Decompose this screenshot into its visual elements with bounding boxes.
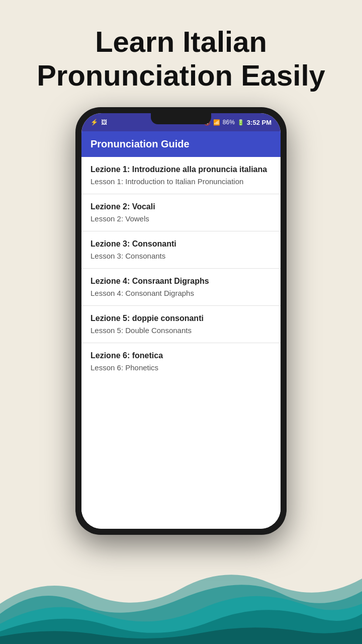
page-title: Learn Italian Pronunciation Easily [20, 25, 342, 92]
lesson-english-3: Lesson 3: Consonants [90, 252, 272, 260]
status-left: ⚡ 🖼 [90, 119, 107, 126]
lesson-italian-5: Lezione 5: doppie consonanti [90, 314, 272, 323]
status-right: 🔇 📶 86% 🔋 3:52 PM [204, 119, 272, 126]
lesson-item-2[interactable]: Lezione 2: VocaliLesson 2: Vowels [81, 194, 281, 231]
lesson-item-4[interactable]: Lezione 4: Consraant DigraphsLesson 4: C… [81, 269, 281, 306]
phone-notch [151, 113, 211, 124]
lesson-item-6[interactable]: Lezione 6: foneticaLesson 6: Phonetics [81, 343, 281, 380]
battery-icon: 🔋 [237, 119, 244, 126]
lesson-italian-2: Lezione 2: Vocali [90, 202, 272, 211]
app-bar-title: Pronunciation Guide [90, 138, 272, 150]
usb-icon: ⚡ [90, 119, 98, 126]
lesson-english-5: Lesson 5: Double Consonants [90, 326, 272, 335]
lesson-english-6: Lesson 6: Phonetics [90, 363, 272, 372]
lesson-english-4: Lesson 4: Consonant Digraphs [90, 289, 272, 297]
lesson-italian-4: Lezione 4: Consraant Digraphs [90, 277, 272, 286]
lesson-list[interactable]: Lezione 1: Introduzione alla pronuncia i… [81, 157, 281, 529]
lesson-italian-1: Lezione 1: Introduzione alla pronuncia i… [90, 165, 272, 174]
app-bar: Pronunciation Guide [81, 131, 281, 157]
phone-mockup: ⚡ 🖼 🔇 📶 86% 🔋 3:52 PM Pronunciation Guid… [0, 107, 362, 535]
battery-percent: 86% [223, 119, 235, 126]
page-header: Learn Italian Pronunciation Easily [0, 0, 362, 107]
status-time: 3:52 PM [247, 119, 272, 126]
lesson-italian-3: Lezione 3: Consonanti [90, 239, 272, 249]
lesson-english-1: Lesson 1: Introduction to Italian Pronun… [90, 177, 272, 186]
lesson-item-1[interactable]: Lezione 1: Introduzione alla pronuncia i… [81, 157, 281, 194]
lesson-item-3[interactable]: Lezione 3: ConsonantiLesson 3: Consonant… [81, 231, 281, 269]
lesson-item-5[interactable]: Lezione 5: doppie consonantiLesson 5: Do… [81, 306, 281, 343]
image-icon: 🖼 [101, 119, 107, 126]
phone-outer: ⚡ 🖼 🔇 📶 86% 🔋 3:52 PM Pronunciation Guid… [75, 107, 287, 535]
lesson-english-2: Lesson 2: Vowels [90, 214, 272, 223]
lesson-italian-6: Lezione 6: fonetica [90, 351, 272, 360]
signal-bars: 📶 [213, 119, 220, 126]
phone-screen: ⚡ 🖼 🔇 📶 86% 🔋 3:52 PM Pronunciation Guid… [81, 113, 281, 529]
